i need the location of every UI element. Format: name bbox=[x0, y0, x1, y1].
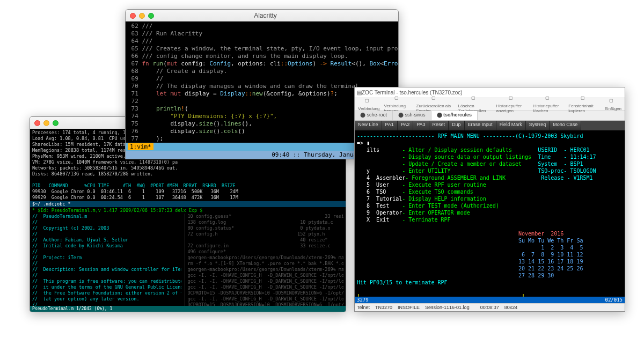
zoom-icon[interactable] bbox=[148, 13, 154, 19]
toolbar-icon: ▢ bbox=[609, 98, 617, 106]
zoc-term-type: 3279 bbox=[357, 297, 605, 303]
toolbar-icon: ▢ bbox=[431, 95, 439, 103]
status-cell: 80x24 bbox=[504, 305, 518, 310]
zoc-button-row: New LinePA1PA2PA3ResetDupErase InputFiel… bbox=[355, 121, 625, 130]
tab-tsohercules[interactable]: ⬤ tso/hercules bbox=[431, 111, 478, 120]
toolbar-button[interactable]: ▢Fensterinhalt kopieren bbox=[568, 95, 600, 113]
fn-button[interactable]: Erase Input bbox=[465, 121, 496, 130]
window-title: ZOC Terminal - tso.hercules (TN3270.zoc) bbox=[362, 90, 463, 95]
zoc-toolbar: ▢Verbindung▢Verbindung trennen▢Zurückscr… bbox=[355, 98, 625, 111]
zoom-icon[interactable] bbox=[53, 120, 58, 126]
zoc-cursor-pos: 02/015 bbox=[605, 297, 623, 303]
toolbar-button[interactable]: ▢Verbindung bbox=[358, 98, 379, 111]
vim-tab-indicator: 1:vim* bbox=[128, 143, 153, 150]
fn-button[interactable]: Reset bbox=[429, 121, 449, 130]
alacritty-titlebar[interactable]: Alacritty bbox=[126, 10, 398, 21]
status-cell: INSOFILE bbox=[398, 305, 420, 310]
status-cell: Telnet bbox=[357, 305, 370, 310]
fn-button[interactable]: PA2 bbox=[398, 121, 413, 130]
zoc-status-bar: TelnetTN3270INSOFILESession-1116-01.log0… bbox=[355, 303, 625, 311]
minimize-icon[interactable] bbox=[43, 120, 49, 126]
fn-button[interactable]: PA3 bbox=[413, 121, 429, 130]
toolbar-icon: ▢ bbox=[365, 98, 372, 106]
toolbar-icon: ▢ bbox=[509, 95, 516, 103]
close-icon[interactable] bbox=[130, 13, 136, 19]
fn-button[interactable]: PA1 bbox=[382, 121, 398, 130]
vim-status-bar: PseudoTerminal.m 1/2042 (0%), 1 bbox=[30, 306, 346, 312]
zoc-3270-screen[interactable]: ------------------------ RPF MAIN MENU -… bbox=[355, 130, 625, 297]
zoc-status-3270: 3279 02/015 bbox=[355, 297, 625, 303]
window-title: Alacritty bbox=[154, 12, 398, 19]
zoc-app-icon: ▤ bbox=[357, 90, 362, 95]
status-cell: TN3270 bbox=[375, 305, 392, 310]
toolbar-button[interactable]: ▢Historiepuffer löschen bbox=[533, 95, 565, 113]
toolbar-icon: ▢ bbox=[581, 95, 588, 103]
tab-sshsirius[interactable]: ⬤ ssh-sirius bbox=[393, 111, 431, 120]
fn-button[interactable]: Mono Case bbox=[550, 121, 581, 130]
status-cell: Session-1116-01.log bbox=[425, 305, 470, 310]
toolbar-icon: ▢ bbox=[394, 95, 402, 103]
fn-button[interactable]: Field Mark bbox=[496, 121, 526, 130]
toolbar-button[interactable]: ▢Historiepuffer anzeigen bbox=[496, 95, 529, 113]
tab-scheroot[interactable]: ⬤ sche-root bbox=[355, 111, 393, 120]
fn-button[interactable]: SysReq bbox=[526, 121, 550, 130]
toolbar-button[interactable]: ▢Einfügen bbox=[604, 98, 621, 111]
toolbar-icon: ▢ bbox=[545, 95, 553, 103]
fn-button[interactable]: New Line bbox=[355, 121, 382, 130]
fn-button[interactable]: Dup bbox=[449, 121, 465, 130]
toolbar-icon: ▢ bbox=[471, 95, 479, 103]
close-icon[interactable] bbox=[34, 120, 40, 126]
zoc-window: ▤ ZOC Terminal - tso.hercules (TN3270.zo… bbox=[354, 87, 625, 312]
status-cell: 00:08:37 bbox=[480, 305, 499, 310]
minimize-icon[interactable] bbox=[139, 13, 145, 19]
